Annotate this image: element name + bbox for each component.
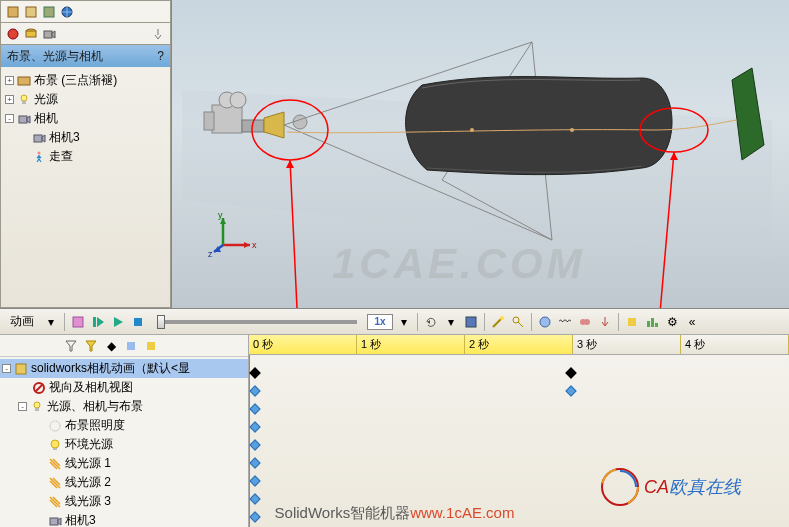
motion-tree-item[interactable]: 线光源 1 [0, 454, 248, 473]
svg-point-73 [50, 421, 60, 431]
svg-rect-11 [22, 101, 26, 104]
key-end-marker[interactable] [249, 367, 260, 378]
motion-slider[interactable] [157, 320, 357, 324]
svg-marker-64 [66, 341, 76, 351]
motion-tree-item[interactable]: 线光源 3 [0, 492, 248, 511]
loop-icon[interactable] [422, 313, 440, 331]
keyframe-marker[interactable] [249, 475, 260, 486]
motion-tree-item[interactable]: 相机3 [0, 511, 248, 527]
sphere-icon[interactable] [5, 26, 21, 42]
panel-title-bar: 布景、光源与相机 ? [1, 45, 170, 67]
ruler-cell[interactable]: 2 秒 [465, 335, 573, 354]
book-icon[interactable] [23, 4, 39, 20]
ruler-cell[interactable]: 0 秒 [249, 335, 357, 354]
play-start-icon[interactable] [89, 313, 107, 331]
svg-rect-18 [212, 105, 242, 133]
keyframe-marker[interactable] [249, 439, 260, 450]
tree-item-walk[interactable]: 走查 [5, 147, 166, 166]
keyframe-marker[interactable] [249, 493, 260, 504]
footer-branding: SolidWorks智能机器www.1cAE.com [275, 504, 515, 523]
expand-icon[interactable]: + [5, 76, 14, 85]
ruler-cell[interactable]: 4 秒 [681, 335, 789, 354]
expand-icon[interactable]: - [18, 402, 27, 411]
svg-rect-6 [26, 31, 36, 37]
motion-tree-item[interactable]: 视向及相机视图 [0, 378, 248, 397]
save-icon[interactable] [462, 313, 480, 331]
motion-tree-label: 相机3 [65, 512, 96, 527]
tree-item-camera3[interactable]: 相机3 [5, 128, 166, 147]
keyframe-marker[interactable] [249, 457, 260, 468]
settings-icon[interactable]: ⚙ [663, 313, 681, 331]
collapse-icon[interactable]: « [683, 313, 701, 331]
svg-point-16 [38, 151, 41, 154]
camera-icon [16, 111, 32, 127]
wizard-icon[interactable] [489, 313, 507, 331]
timeline-canvas[interactable] [249, 355, 789, 527]
motion-tree-label: 光源、相机与布景 [47, 398, 143, 415]
motion-tree-item[interactable]: 布景照明度 [0, 416, 248, 435]
svg-rect-76 [50, 518, 58, 525]
spring-icon[interactable]: 〰 [556, 313, 574, 331]
contact-icon[interactable] [576, 313, 594, 331]
filter-icon[interactable] [62, 337, 80, 355]
dropdown-arrow-icon[interactable]: ▾ [395, 313, 413, 331]
stop-icon[interactable] [129, 313, 147, 331]
play-icon[interactable] [109, 313, 127, 331]
time-ruler[interactable]: 0 秒1 秒2 秒3 秒4 秒 [249, 335, 789, 355]
motion-tree-item[interactable]: 线光源 2 [0, 473, 248, 492]
tree-item-scene[interactable]: + 布景 (三点渐褪) [5, 71, 166, 90]
dropdown-arrow-icon[interactable]: ▾ [442, 313, 460, 331]
keyframe-marker[interactable] [249, 421, 260, 432]
tool-icon[interactable] [623, 313, 641, 331]
motion-tree-item[interactable]: -solidworks相机动画（默认<显 [0, 359, 248, 378]
keyframe-marker[interactable] [249, 385, 260, 396]
svg-rect-60 [628, 318, 636, 326]
svg-point-57 [540, 317, 550, 327]
calculate-icon[interactable] [69, 313, 87, 331]
timeline[interactable]: 0 秒1 秒2 秒3 秒4 秒 [249, 335, 789, 527]
tree-label: 布景 (三点渐褪) [34, 72, 117, 89]
key-icon[interactable] [509, 313, 527, 331]
results-icon[interactable] [643, 313, 661, 331]
pin-icon[interactable] [150, 26, 166, 42]
keyframe-marker[interactable] [249, 511, 260, 522]
key-filter-icon[interactable]: ◆ [102, 337, 120, 355]
svg-text:y: y [218, 210, 223, 220]
playback-speed[interactable]: 1x [367, 314, 393, 330]
component-filter-icon[interactable] [142, 337, 160, 355]
globe-icon[interactable] [59, 4, 75, 20]
tree-item-lights[interactable]: + 光源 [5, 90, 166, 109]
gravity-icon[interactable] [596, 313, 614, 331]
motor-icon[interactable] [536, 313, 554, 331]
expand-icon[interactable]: - [2, 364, 11, 373]
motion-tree-label: 线光源 1 [65, 455, 111, 472]
panel-help[interactable]: ? [157, 49, 164, 63]
tree-item-cameras[interactable]: - 相机 [5, 109, 166, 128]
key-end-marker[interactable] [565, 367, 576, 378]
list-icon[interactable] [41, 4, 57, 20]
panel-sub-toolbar [1, 23, 170, 45]
ruler-cell[interactable]: 3 秒 [573, 335, 681, 354]
svg-point-71 [34, 402, 40, 408]
motion-tree-label: 线光源 3 [65, 493, 111, 510]
expand-icon[interactable]: + [5, 95, 14, 104]
keyframe-marker[interactable] [565, 385, 576, 396]
filter2-icon[interactable] [82, 337, 100, 355]
dropdown-arrow-icon[interactable]: ▾ [42, 313, 60, 331]
motion-tree-item[interactable]: 环境光源 [0, 435, 248, 454]
cube-icon[interactable] [5, 4, 21, 20]
slider-thumb[interactable] [157, 315, 165, 329]
expand-icon[interactable]: - [5, 114, 14, 123]
3d-viewport[interactable]: x y z 1CAE.COM [171, 0, 789, 308]
db-icon[interactable] [23, 26, 39, 42]
camera-icon [47, 513, 63, 528]
playhead[interactable] [249, 355, 250, 527]
camera-small-icon[interactable] [41, 26, 57, 42]
study-type-dropdown[interactable]: 动画 [4, 311, 40, 332]
motion-toolbar: 动画 ▾ 1x ▾ ▾ 〰 ⚙ « [0, 308, 789, 334]
ruler-cell[interactable]: 1 秒 [357, 335, 465, 354]
feature-filter-icon[interactable] [122, 337, 140, 355]
keyframe-marker[interactable] [249, 403, 260, 414]
svg-point-21 [230, 92, 246, 108]
motion-tree-item[interactable]: -光源、相机与布景 [0, 397, 248, 416]
